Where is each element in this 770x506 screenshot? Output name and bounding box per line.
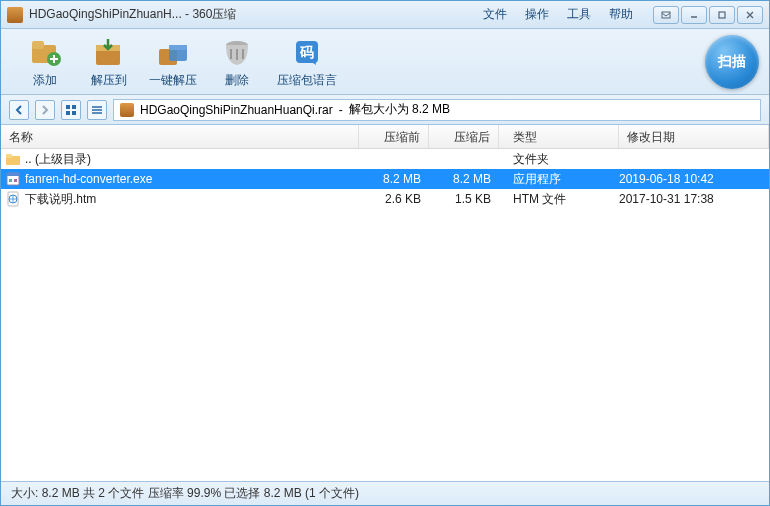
window-controls — [653, 6, 763, 24]
archive-lang-label: 压缩包语言 — [277, 72, 337, 89]
svg-rect-25 — [9, 179, 12, 182]
archive-file-icon — [120, 103, 134, 117]
extract-to-label: 解压到 — [91, 72, 127, 89]
back-button[interactable] — [9, 100, 29, 120]
window-title: HDGaoQingShiPinZhuanH... - 360压缩 — [29, 6, 483, 23]
view-icons-button[interactable] — [61, 100, 81, 120]
file-type: HTM 文件 — [499, 191, 619, 208]
delete-button[interactable]: 删除 — [205, 33, 269, 91]
svg-rect-24 — [7, 173, 19, 176]
file-name: 下载说明.htm — [25, 191, 96, 208]
file-list[interactable]: .. (上级目录) 文件夹 fanren-hd-converter.exe 8.… — [1, 149, 769, 459]
extract-to-button[interactable]: 解压到 — [77, 33, 141, 91]
file-date: 2019-06-18 10:42 — [619, 172, 769, 186]
file-date: 2017-10-31 17:38 — [619, 192, 769, 206]
app-icon — [7, 7, 23, 23]
forward-button[interactable] — [35, 100, 55, 120]
svg-rect-22 — [6, 154, 12, 158]
one-click-extract-label: 一键解压 — [149, 72, 197, 89]
htm-icon — [5, 191, 21, 207]
one-click-extract-button[interactable]: 一键解压 — [141, 33, 205, 91]
file-name: fanren-hd-converter.exe — [25, 172, 152, 186]
svg-rect-16 — [66, 111, 70, 115]
extract-to-icon — [92, 35, 126, 69]
path-bar: HDGaoQingShiPinZhuanHuanQi.rar - 解包大小为 8… — [1, 95, 769, 125]
one-click-extract-icon — [156, 35, 190, 69]
svg-text:码: 码 — [299, 44, 314, 60]
menu-operate[interactable]: 操作 — [525, 6, 549, 23]
file-name: .. (上级目录) — [25, 151, 91, 168]
view-list-button[interactable] — [87, 100, 107, 120]
scan-button[interactable]: 扫描 — [705, 35, 759, 89]
col-before-header[interactable]: 压缩前 — [359, 125, 429, 148]
svg-rect-15 — [72, 105, 76, 109]
svg-rect-0 — [662, 12, 670, 18]
archive-lang-button[interactable]: 码 压缩包语言 — [269, 33, 345, 91]
scan-label: 扫描 — [718, 53, 746, 71]
table-row[interactable]: fanren-hd-converter.exe 8.2 MB 8.2 MB 应用… — [1, 169, 769, 189]
status-text: 大小: 8.2 MB 共 2 个文件 压缩率 99.9% 已选择 8.2 MB … — [11, 485, 359, 502]
feedback-button[interactable] — [653, 6, 679, 24]
menu-tools[interactable]: 工具 — [567, 6, 591, 23]
path-archive-name: HDGaoQingShiPinZhuanHuanQi.rar — [140, 103, 333, 117]
table-row[interactable]: 下载说明.htm 2.6 KB 1.5 KB HTM 文件 2017-10-31… — [1, 189, 769, 209]
file-before: 8.2 MB — [359, 172, 429, 186]
path-unpack-size: 解包大小为 8.2 MB — [349, 101, 450, 118]
file-before: 2.6 KB — [359, 192, 429, 206]
path-separator: - — [339, 103, 343, 117]
folder-icon — [5, 151, 21, 167]
close-button[interactable] — [737, 6, 763, 24]
svg-rect-10 — [169, 45, 187, 50]
path-box[interactable]: HDGaoQingShiPinZhuanHuanQi.rar - 解包大小为 8… — [113, 99, 761, 121]
svg-rect-26 — [14, 179, 17, 182]
language-icon: 码 — [290, 35, 324, 69]
svg-rect-14 — [66, 105, 70, 109]
file-after: 8.2 MB — [429, 172, 499, 186]
add-label: 添加 — [33, 72, 57, 89]
exe-icon — [5, 171, 21, 187]
svg-rect-6 — [96, 49, 120, 65]
column-headers: 名称 压缩前 压缩后 类型 修改日期 — [1, 125, 769, 149]
add-button[interactable]: 添加 — [13, 33, 77, 91]
table-row[interactable]: .. (上级目录) 文件夹 — [1, 149, 769, 169]
menu-bar: 文件 操作 工具 帮助 — [483, 6, 633, 23]
svg-rect-2 — [719, 12, 725, 18]
delete-label: 删除 — [225, 72, 249, 89]
col-date-header[interactable]: 修改日期 — [619, 125, 769, 148]
status-bar: 大小: 8.2 MB 共 2 个文件 压缩率 99.9% 已选择 8.2 MB … — [1, 481, 769, 505]
title-bar: HDGaoQingShiPinZhuanH... - 360压缩 文件 操作 工… — [1, 1, 769, 29]
col-name-header[interactable]: 名称 — [1, 125, 359, 148]
menu-file[interactable]: 文件 — [483, 6, 507, 23]
file-after: 1.5 KB — [429, 192, 499, 206]
trash-icon — [220, 35, 254, 69]
menu-help[interactable]: 帮助 — [609, 6, 633, 23]
file-type: 文件夹 — [499, 151, 619, 168]
col-after-header[interactable]: 压缩后 — [429, 125, 499, 148]
col-type-header[interactable]: 类型 — [499, 125, 619, 148]
maximize-button[interactable] — [709, 6, 735, 24]
add-icon — [28, 35, 62, 69]
minimize-button[interactable] — [681, 6, 707, 24]
svg-rect-17 — [72, 111, 76, 115]
toolbar: 添加 解压到 一键解压 删除 码 压缩包语言 扫描 — [1, 29, 769, 95]
svg-rect-4 — [32, 41, 44, 49]
file-type: 应用程序 — [499, 171, 619, 188]
